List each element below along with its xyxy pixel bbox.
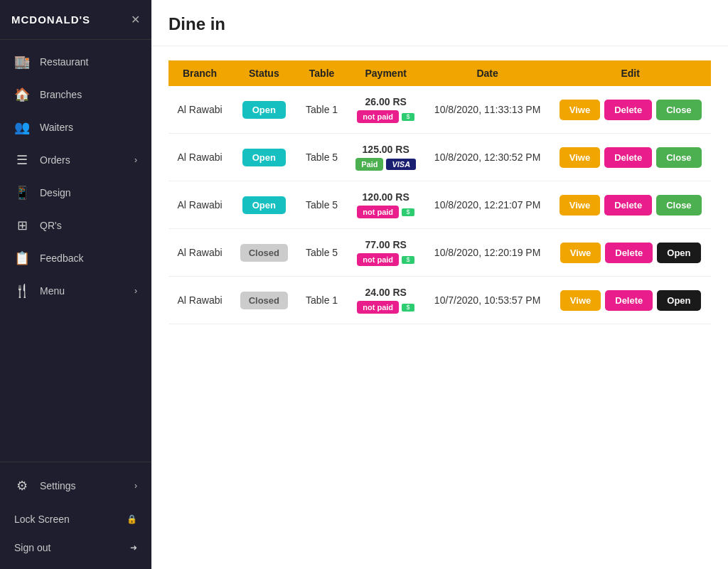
chevron-right-icon: ›	[134, 155, 137, 165]
sidebar-label-branches: Branches	[40, 89, 82, 100]
cell-branch: Al Rawabi	[168, 181, 231, 229]
people-icon: 👥	[14, 119, 30, 135]
payment-amount: 120.00 RS	[363, 191, 410, 203]
col-table: Table	[297, 60, 347, 86]
cell-payment: 120.00 RSnot paid$	[347, 181, 425, 229]
sidebar-item-lock-screen[interactable]: Lock Screen 🔒	[0, 505, 151, 533]
chevron-right-icon-menu: ›	[134, 286, 137, 296]
sidebar-label-settings: Settings	[40, 480, 76, 491]
sidebar-item-sign-out[interactable]: Sign out ➜	[0, 533, 151, 562]
cell-status: Closed	[231, 229, 296, 277]
cell-status: Closed	[231, 277, 296, 324]
cell-branch: Al Rawabi	[168, 134, 231, 181]
cell-table: Table 5	[297, 229, 347, 277]
cash-icon: $	[402, 256, 414, 264]
status-badge: Open	[242, 149, 286, 166]
not-paid-badge: not paid	[357, 301, 399, 314]
sidebar-item-settings[interactable]: ⚙ Settings ›	[0, 469, 151, 502]
sidebar-item-feedback[interactable]: 📋 Feedback	[0, 242, 151, 275]
delete-button[interactable]: Delete	[605, 243, 653, 263]
cash-icon: $	[402, 208, 414, 216]
main-content: Branch Status Table Payment Date Edit Al…	[151, 46, 728, 339]
sidebar-label-sign-out: Sign out	[14, 542, 50, 553]
payment-amount: 26.00 RS	[365, 96, 406, 107]
col-branch: Branch	[168, 60, 231, 86]
list-icon: ☰	[14, 152, 30, 168]
view-button[interactable]: Viwe	[560, 100, 600, 120]
sidebar-label-qrs: QR's	[40, 220, 62, 231]
close-button[interactable]: Close	[656, 195, 701, 216]
cell-status: Open	[231, 86, 296, 134]
sidebar-close-button[interactable]: ✕	[131, 13, 140, 26]
cell-table: Table 1	[297, 86, 347, 134]
table-row: Al RawabiOpenTable 5120.00 RSnot paid$10…	[168, 181, 711, 229]
sidebar: MCDONALD'S ✕ 🏬 Restaurant 🏠 Branches 👥 W…	[0, 0, 151, 569]
sign-out-icon: ➜	[130, 543, 137, 553]
sidebar-item-branches[interactable]: 🏠 Branches	[0, 78, 151, 111]
cell-payment: 77.00 RSnot paid$	[347, 229, 425, 277]
open-button[interactable]: Open	[657, 243, 700, 263]
home-icon: 🏠	[14, 87, 30, 102]
sidebar-item-qrs[interactable]: ⊞ QR's	[0, 209, 151, 242]
sidebar-label-orders: Orders	[40, 154, 70, 166]
cash-icon: $	[402, 113, 414, 121]
sidebar-nav: 🏬 Restaurant 🏠 Branches 👥 Waiters ☰ Orde…	[0, 40, 151, 462]
table-header-row: Branch Status Table Payment Date Edit	[168, 60, 711, 86]
dine-in-table: Branch Status Table Payment Date Edit Al…	[168, 60, 711, 324]
sidebar-item-restaurant[interactable]: 🏬 Restaurant	[0, 46, 151, 78]
sidebar-label-lock-screen: Lock Screen	[14, 514, 70, 525]
not-paid-badge: not paid	[357, 206, 399, 218]
sidebar-bottom: ⚙ Settings › Lock Screen 🔒 Sign out ➜	[0, 462, 151, 569]
status-badge: Closed	[240, 244, 288, 262]
cell-status: Open	[231, 134, 296, 181]
cell-date: 10/8/2020, 12:21:07 PM	[425, 181, 550, 229]
cell-edit: ViweDeleteClose	[550, 181, 711, 229]
sidebar-label-design: Design	[40, 187, 71, 198]
close-button[interactable]: Close	[656, 147, 701, 168]
menu-icon: 🍴	[14, 283, 30, 299]
sidebar-label-feedback: Feedback	[40, 252, 83, 264]
status-badge: Open	[242, 101, 286, 119]
sidebar-item-orders[interactable]: ☰ Orders ›	[0, 144, 151, 176]
status-badge: Closed	[240, 292, 288, 309]
cell-date: 10/8/2020, 12:20:19 PM	[425, 229, 550, 277]
view-button[interactable]: Viwe	[560, 147, 600, 168]
cell-edit: ViweDeleteOpen	[550, 277, 711, 324]
view-button[interactable]: Viwe	[560, 243, 601, 263]
cell-payment: 24.00 RSnot paid$	[347, 277, 425, 324]
view-button[interactable]: Viwe	[560, 290, 601, 311]
delete-button[interactable]: Delete	[604, 100, 652, 120]
cell-table: Table 1	[297, 277, 347, 324]
cell-date: 10/7/2020, 10:53:57 PM	[425, 277, 550, 324]
open-button[interactable]: Open	[657, 290, 700, 311]
payment-amount: 24.00 RS	[365, 287, 406, 298]
cell-table: Table 5	[297, 134, 347, 181]
cell-table: Table 5	[297, 181, 347, 229]
payment-amount: 77.00 RS	[365, 239, 406, 250]
cell-edit: ViweDeleteClose	[550, 86, 711, 134]
sidebar-header: MCDONALD'S ✕	[0, 0, 151, 40]
cell-date: 10/8/2020, 12:30:52 PM	[425, 134, 550, 181]
sidebar-label-menu: Menu	[40, 285, 65, 297]
table-row: Al RawabiClosedTable 124.00 RSnot paid$1…	[168, 277, 711, 324]
delete-button[interactable]: Delete	[605, 290, 653, 311]
feedback-icon: 📋	[14, 250, 30, 266]
sidebar-item-design[interactable]: 📱 Design	[0, 176, 151, 209]
sidebar-label-waiters: Waiters	[40, 122, 73, 133]
store-icon: 🏬	[14, 54, 30, 70]
page-title: Dine in	[151, 0, 728, 46]
sidebar-item-waiters[interactable]: 👥 Waiters	[0, 111, 151, 144]
col-status: Status	[231, 60, 296, 86]
close-button[interactable]: Close	[656, 100, 701, 120]
delete-button[interactable]: Delete	[604, 195, 652, 216]
sidebar-item-menu[interactable]: 🍴 Menu ›	[0, 275, 151, 307]
table-body: Al RawabiOpenTable 126.00 RSnot paid$10/…	[168, 86, 711, 324]
cell-branch: Al Rawabi	[168, 86, 231, 134]
view-button[interactable]: Viwe	[560, 195, 600, 216]
not-paid-badge: not paid	[357, 253, 399, 266]
not-paid-badge: not paid	[357, 110, 399, 123]
col-date: Date	[425, 60, 550, 86]
paid-badge: Paid	[355, 158, 383, 171]
table-row: Al RawabiOpenTable 126.00 RSnot paid$10/…	[168, 86, 711, 134]
delete-button[interactable]: Delete	[604, 147, 652, 168]
